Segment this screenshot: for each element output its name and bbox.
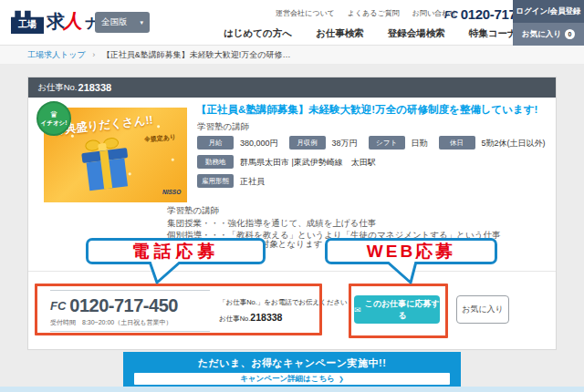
footer-strip [0, 387, 584, 392]
top-pick-badge: ♛ イチオシ! [36, 101, 71, 136]
crown-icon: ♛ [50, 110, 58, 119]
detail-row-3: 雇用形態 正社員 [197, 174, 276, 188]
breadcrumb-separator: › [92, 50, 95, 59]
value-employment-type: 正社員 [240, 174, 265, 188]
value-shift: 日勤 [412, 136, 428, 150]
job-number-bar: お仕事No.218338 [28, 77, 556, 98]
chevron-down-icon: ▾ [140, 19, 143, 26]
link-faq[interactable]: よくあるご質問 [348, 8, 400, 18]
breadcrumb: 工場求人トップ › 【正社員&塾講師募集】未経験大歓迎!万全の研修… [27, 49, 290, 61]
chip-monthly-salary: 月給 [197, 136, 234, 150]
region-select-value: 全国版 [101, 16, 128, 28]
phone-apply-callout: 電話応募 [86, 238, 266, 264]
description-line-1: 学習塾の講師 [167, 204, 500, 217]
job-number-label: お仕事No. [37, 82, 78, 94]
chip-shift: シフト [369, 136, 405, 150]
phone-callout-tail [144, 262, 184, 285]
favorites-nav-button[interactable]: お気に入り 0 [513, 23, 584, 46]
web-callout-tail [383, 262, 423, 285]
nav-job-search[interactable]: お仕事検索 [316, 27, 364, 40]
value-holidays: 5勤2休(土日以外) [482, 136, 546, 150]
detail-row-2: 勤務地 群馬県太田市 |東武伊勢崎線 太田駅 [197, 155, 387, 169]
job-description: 学習塾の講師 集団授業・・・強化指導を通じて、成績を上げる仕事 個別指導・・・「… [167, 204, 500, 242]
main-nav: はじめての方へ お仕事検索 登録会場検索 特集コーナー [224, 27, 527, 40]
freecall-icon: FC [444, 9, 458, 20]
card-divider [28, 271, 556, 272]
job-number-value: 218338 [78, 82, 112, 93]
nav-first-timers[interactable]: はじめての方へ [224, 27, 292, 40]
page: 工場 求 人 ナビ 全国版 ▾ 運営会社について よくあるご質問 お問い合わせ … [0, 0, 584, 392]
favorites-label: お気に入り [522, 29, 561, 40]
chip-holidays: 休日 [439, 136, 475, 150]
campaign-detail-link[interactable]: キャンペーン詳細はこちら ❯ [134, 373, 450, 385]
nav-venue-search[interactable]: 登録会場検索 [388, 27, 445, 40]
description-line-2: 集団授業・・・強化指導を通じて、成績を上げる仕事 [167, 217, 500, 230]
link-about-company[interactable]: 運営会社について [276, 8, 335, 18]
chip-employment-type: 雇用形態 [197, 174, 234, 188]
campaign-title: ただいま、お得なキャンペーン実施中!! [123, 356, 461, 370]
favorite-button[interactable]: お気に入り [456, 295, 509, 324]
logo-person-glyph: 人 [62, 8, 85, 34]
web-apply-callout: WEB応募 [325, 238, 497, 264]
value-location: 群馬県太田市 |東武伊勢崎線 太田駅 [240, 155, 376, 169]
factory-icon: 工場 [11, 8, 44, 34]
job-subtitle: 学習塾の講師 [197, 121, 249, 133]
web-highlight-box [349, 284, 448, 338]
value-monthly-salary: 380,000円 [240, 136, 278, 150]
login-register-button[interactable]: ログイン/会員登録 [513, 0, 584, 23]
logo-factory-text: 工場 [18, 18, 36, 34]
arrow-right-icon: ❯ [339, 376, 344, 383]
chip-location: 勤務地 [197, 155, 234, 169]
campaign-banner[interactable]: ただいま、お得なキャンペーン実施中!! キャンペーン詳細はこちら ❯ [123, 352, 461, 387]
top-pick-badge-label: イチオシ! [41, 119, 68, 128]
gift-box-illustration [78, 135, 135, 195]
value-income-example: 38万円 [332, 136, 358, 150]
chip-income-example: 月収例 [289, 136, 326, 150]
utility-links: 運営会社について よくあるご質問 お問い合わせ [276, 8, 456, 18]
breadcrumb-current: 【正社員&塾講師募集】未経験大歓迎!万全の研修… [102, 50, 291, 59]
favorites-count-badge: 0 [565, 29, 575, 39]
breadcrumb-home-link[interactable]: 工場求人トップ [27, 50, 86, 59]
region-select[interactable]: 全国版 ▾ [95, 12, 150, 33]
promo-brand-logo: NISSO [162, 189, 181, 195]
campaign-link-label: キャンペーン詳細はこちら [240, 374, 335, 385]
job-title[interactable]: 【正社員&塾講師募集】未経験大歓迎!万全の研修制度を整備しています! [196, 103, 537, 117]
detail-row-1: 月給 380,000円 月収例 38万円 シフト 日勤 休日 5勤2休(土日以外… [197, 136, 557, 150]
phone-highlight-box [35, 284, 322, 335]
